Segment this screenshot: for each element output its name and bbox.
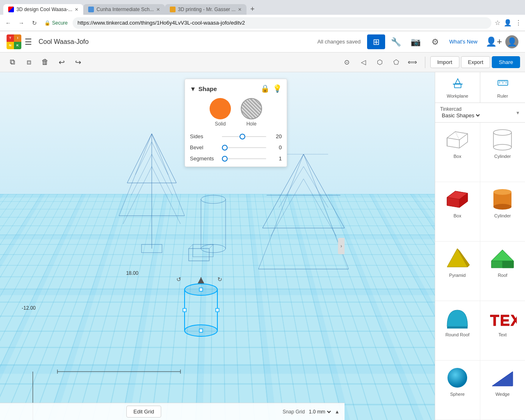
shape-item-wedge[interactable]: Wedge [480,361,525,420]
svg-marker-88 [491,250,514,261]
shape-item-text[interactable]: TEXT Text [480,301,525,361]
workplane-tool[interactable]: Workplane [435,72,480,103]
svg-text:↻: ↻ [217,276,222,283]
shape-item-cylinder-solid[interactable]: Cylinder [480,182,525,242]
segments-value: 1 [269,155,282,162]
camera-view-button[interactable]: ◁ [356,55,371,70]
mirror-button[interactable]: ⬠ [389,55,404,70]
menu-button[interactable]: ☰ [25,37,32,47]
shape-item-sphere[interactable]: Sphere [435,361,480,420]
flip-button[interactable]: ⟺ [405,55,420,70]
bulb-icon[interactable]: 💡 [273,84,282,93]
shape-item-box-solid[interactable]: Box [435,182,480,242]
shape-item-pyramid[interactable]: Pyramid [435,242,480,301]
bevel-slider[interactable] [222,147,266,148]
export-button[interactable]: Export [461,56,491,68]
new-tab-button[interactable]: + [247,3,258,15]
segments-slider[interactable] [222,158,266,159]
undo-button[interactable]: ↩ [54,55,69,70]
tools-button[interactable]: 🔧 [387,34,405,49]
tab-tinkercad-label: 3D design Cool Waasa-... [16,7,72,12]
shape-item-box-wire[interactable]: Box [435,123,480,182]
collapse-icon[interactable]: ▼ [190,85,196,92]
svg-text:TEXT: TEXT [490,312,517,329]
tab-cunha[interactable]: Cunha Intermediate Sch... ✕ [83,4,164,15]
import-button[interactable]: Import [430,56,459,68]
category-select[interactable]: Basic Shapes Letters Math [440,112,481,119]
category-dropdown[interactable]: Tinkercad Basic Shapes Letters Math ▼ [435,103,525,123]
svg-line-14 [131,154,152,195]
extensions-icon[interactable]: ⋮ [515,19,522,27]
svg-line-24 [258,154,304,269]
forward-button[interactable]: → [16,18,26,28]
tab-tinkercad-close[interactable]: ✕ [75,7,78,12]
bookmark-icon[interactable]: ☆ [495,19,500,27]
delete-button[interactable]: 🗑 [38,55,52,70]
camera-icon: 📷 [410,36,421,48]
workplane-icon [451,76,464,92]
share-button[interactable]: Share [492,56,520,68]
redo-icon: ↪ [75,58,81,67]
sides-slider[interactable] [222,136,266,137]
shape-item-roof[interactable]: Roof [480,242,525,301]
refresh-button[interactable]: ↻ [30,18,39,28]
whats-new-button[interactable]: What's New [444,36,482,47]
sides-value: 20 [269,133,282,139]
svg-line-37 [189,244,193,249]
url-input[interactable] [73,17,491,29]
viewport-canvas[interactable]: 18.00 -12.00 [0,72,435,420]
svg-line-38 [209,244,213,249]
text-shape-label: Text [498,332,507,337]
shape-item-cylinder-wire[interactable]: Cylinder [480,123,525,182]
sidebar-collapse-handle[interactable]: › [338,238,345,254]
shape-type-selector: Solid Hole [190,98,282,127]
print-favicon [170,7,176,12]
duplicate-button[interactable]: ⧈ [21,55,36,70]
copy-to-clipboard-button[interactable]: ⧉ [5,55,20,70]
solid-type[interactable]: Solid [210,98,231,127]
svg-point-82 [493,204,511,210]
svg-point-74 [493,144,511,150]
tab-tinkercad[interactable]: 3D design Cool Waasa-... ✕ [3,4,83,15]
svg-line-27 [279,167,304,208]
tree-object-1 [119,134,185,253]
svg-line-28 [304,167,328,208]
tab-print[interactable]: 3D printing - Mr. Gasser ... ✕ [165,4,247,15]
user-profile-icon[interactable]: 👤 [504,19,512,27]
wedge-thumb [488,365,517,390]
snap-grid-control[interactable]: Snap Grid 1.0 mm 0.5 mm 2.0 mm ▲ [283,409,340,415]
svg-line-70 [459,134,468,140]
snap-value-select[interactable]: 1.0 mm 0.5 mm 2.0 mm [307,409,332,415]
dropdown-chevron-icon: ▼ [516,110,520,115]
save-status: All changes saved [311,39,368,45]
camera-button[interactable]: 📷 [406,34,425,49]
sides-slider-thumb[interactable] [240,134,245,139]
tab-print-close[interactable]: ✕ [238,7,242,12]
round-roof-label: Round Roof [445,332,470,337]
tab-cunha-close[interactable]: ✕ [156,7,160,12]
align-button[interactable]: ⬡ [372,55,387,70]
shape-item-round-roof[interactable]: Round Roof [435,301,480,361]
grid-view-button[interactable]: ⊞ [367,34,385,49]
segments-slider-thumb[interactable] [222,156,228,162]
add-user-button[interactable]: 👤+ [486,37,502,47]
project-title[interactable]: Cool Waasa-Jofo [32,38,95,46]
lock-shape-icon[interactable]: 🔒 [260,84,269,93]
back-button[interactable]: ← [3,18,13,28]
logo-n: N [7,42,14,49]
user-avatar[interactable]: 👤 [505,35,518,48]
hole-type[interactable]: Hole [241,98,262,127]
svg-line-6 [152,134,176,183]
box-wire-thumb [443,128,472,152]
normal-view-button[interactable]: ⊙ [340,55,354,70]
logo-block: T I N K [3,34,25,49]
shape-panel: ▼ Shape 🔒 💡 Solid [185,79,287,167]
codeblocks-button[interactable]: ⚙ [426,34,444,49]
tree-object-2 [258,154,349,269]
redo-button[interactable]: ↪ [71,55,85,70]
logo-t: T [7,34,14,42]
ruler-tool[interactable]: Ruler [480,72,525,103]
svg-rect-43 [183,308,186,312]
edit-grid-button[interactable]: Edit Grid [126,406,161,418]
bevel-slider-thumb[interactable] [222,145,228,151]
